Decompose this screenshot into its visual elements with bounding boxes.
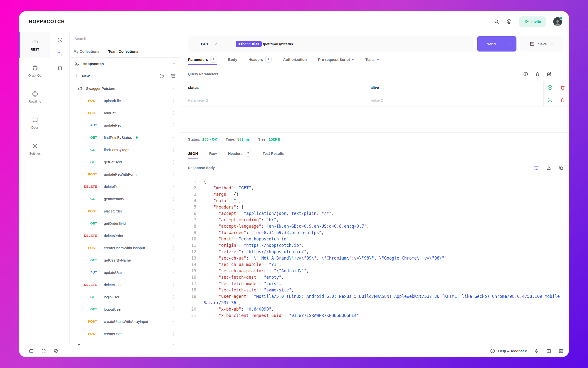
request-item[interactable]: GET getOrderById ⋮ xyxy=(81,217,181,229)
save-button[interactable]: Save xyxy=(520,36,564,52)
kebab-menu-icon[interactable]: ⋮ xyxy=(170,343,176,345)
request-item[interactable]: POST createUsersWithArrayInput ⋮ xyxy=(81,315,181,328)
kebab-menu-icon[interactable]: ⋮ xyxy=(170,294,176,300)
kebab-menu-icon[interactable]: ⋮ xyxy=(170,306,176,312)
kebab-menu-icon[interactable]: ⋮ xyxy=(170,270,176,275)
method-select[interactable]: GET xyxy=(188,36,230,52)
clear-all-params-button[interactable] xyxy=(535,72,540,77)
new-collection-button[interactable]: New xyxy=(82,74,153,78)
environments-tab-button[interactable] xyxy=(57,65,63,71)
sidebar-item-settings[interactable]: Settings xyxy=(19,136,50,162)
request-item[interactable]: DELETE deletePet ⋮ xyxy=(81,180,181,193)
send-options-caret[interactable] xyxy=(505,36,516,52)
interceptor-button[interactable] xyxy=(53,349,58,354)
kebab-menu-icon[interactable]: ⋮ xyxy=(170,282,176,287)
sidebar-item-realtime[interactable]: Realtime xyxy=(19,84,50,110)
request-item[interactable]: GET findPetsByTags ⋮ xyxy=(81,144,181,156)
kebab-menu-icon[interactable]: ⋮ xyxy=(170,196,176,201)
tab-my-collections[interactable]: My Collections xyxy=(74,45,99,57)
kebab-menu-icon[interactable]: ⋮ xyxy=(170,147,176,152)
sidebar-item-graphql[interactable]: GraphQL xyxy=(19,58,50,84)
kebab-menu-icon[interactable]: ⋮ xyxy=(170,208,176,214)
fold-toggle-icon[interactable]: ▾ xyxy=(196,178,204,185)
tab-pre-request-script[interactable]: Pre-request Script xyxy=(318,52,354,67)
pane-resize-handle[interactable]: ··· xyxy=(181,132,569,133)
collection-folder[interactable]: Swagger Petstore ⋮ xyxy=(70,82,181,94)
support-button[interactable] xyxy=(506,19,512,24)
collection-folder-clipped[interactable]: ⋮ xyxy=(70,340,181,345)
param-key-input[interactable]: Parameter 2 xyxy=(181,94,364,106)
collections-help-button[interactable] xyxy=(159,73,164,79)
tab-tests[interactable]: Tests xyxy=(365,52,379,67)
param-value-input[interactable]: Value 2 xyxy=(364,94,543,106)
tab-headers[interactable]: Headers 2 xyxy=(248,52,272,67)
sidebar-item-rest[interactable]: REST xyxy=(19,32,50,58)
response-tab-json[interactable]: JSON xyxy=(188,145,198,161)
kebab-menu-icon[interactable]: ⋮ xyxy=(170,122,176,128)
request-item[interactable]: POST uploadFile ⋮ xyxy=(81,94,181,107)
request-item[interactable]: PUT updateUser ⋮ xyxy=(81,266,181,278)
kebab-menu-icon[interactable]: ⋮ xyxy=(170,319,176,324)
kebab-menu-icon[interactable]: ⋮ xyxy=(170,221,176,226)
request-item[interactable]: POST createUsersWithListInput ⋮ xyxy=(81,242,181,254)
response-tab-raw[interactable]: Raw xyxy=(209,145,217,161)
sidebar-item-docs[interactable]: Docs xyxy=(19,110,50,136)
kebab-menu-icon[interactable]: ⋮ xyxy=(170,171,176,177)
request-item[interactable]: DELETE deleteUser ⋮ xyxy=(81,278,181,291)
response-tab-test-results[interactable]: Test Results xyxy=(263,145,284,161)
request-item[interactable]: GET logoutUser ⋮ xyxy=(81,303,181,315)
download-response-button[interactable] xyxy=(546,165,551,170)
collections-tab-button[interactable] xyxy=(57,51,63,57)
help-feedback-link[interactable]: Help & feedback xyxy=(490,348,527,354)
invite-button[interactable]: Invite xyxy=(519,16,546,27)
team-selector[interactable]: Hoppscotch xyxy=(70,58,181,70)
request-item[interactable]: GET getInventory ⋮ xyxy=(81,193,181,205)
global-search-button[interactable] xyxy=(494,19,499,24)
kebab-menu-icon[interactable]: ⋮ xyxy=(170,184,176,189)
import-export-button[interactable] xyxy=(171,73,176,79)
tab-team-collections[interactable]: Team Collections xyxy=(108,45,138,57)
history-tab-button[interactable] xyxy=(57,37,63,43)
param-toggle-button[interactable] xyxy=(543,81,556,94)
kebab-menu-icon[interactable]: ⋮ xyxy=(170,86,176,91)
request-item[interactable]: GET getUserByName ⋮ xyxy=(81,254,181,266)
response-tab-headers[interactable]: Headers 2 xyxy=(228,145,251,161)
request-item[interactable]: POST placeOrder ⋮ xyxy=(81,205,181,217)
param-delete-button[interactable] xyxy=(556,81,569,94)
tab-parameters[interactable]: Parameters 1 xyxy=(188,52,217,67)
request-item[interactable]: GET getPetById ⋮ xyxy=(81,156,181,168)
request-item[interactable]: PUT updatePet ⋮ xyxy=(81,119,181,131)
collapse-right-panel-button[interactable] xyxy=(559,349,564,354)
send-button[interactable]: Send xyxy=(477,36,516,52)
kebab-menu-icon[interactable]: ⋮ xyxy=(170,233,176,238)
fold-toggle-icon[interactable]: ▾ xyxy=(196,204,204,210)
column-layout-button[interactable] xyxy=(546,349,551,354)
zen-mode-button[interactable] xyxy=(41,349,46,354)
request-item[interactable]: POST addPet ⋮ xyxy=(81,107,181,119)
request-item[interactable]: GET loginUser ⋮ xyxy=(81,291,181,303)
kebab-menu-icon[interactable]: ⋮ xyxy=(170,245,176,250)
shortcuts-button[interactable] xyxy=(534,349,539,354)
response-code-editor[interactable]: 1 ▾ { 2 "method": "GET", 3 "args": {}, 4… xyxy=(181,174,569,345)
param-toggle-button[interactable] xyxy=(543,94,556,106)
drag-grip-icon[interactable]: ··· xyxy=(373,130,377,132)
wrap-lines-button[interactable] xyxy=(534,165,539,171)
kebab-menu-icon[interactable]: ⋮ xyxy=(170,110,176,116)
request-item[interactable]: POST updatePetWithForm ⋮ xyxy=(81,168,181,180)
kebab-menu-icon[interactable]: ⋮ xyxy=(170,257,176,263)
user-avatar[interactable] xyxy=(553,17,562,26)
request-item[interactable]: POST createUser ⋮ xyxy=(81,328,181,340)
url-input[interactable]: <<baseUrl>> /pet/findByStatus xyxy=(230,36,474,52)
kebab-menu-icon[interactable]: ⋮ xyxy=(170,331,176,336)
tab-authorization[interactable]: Authorization xyxy=(283,52,307,67)
kebab-menu-icon[interactable]: ⋮ xyxy=(170,135,176,140)
search-input[interactable] xyxy=(74,37,176,41)
toggle-sidebar-button[interactable] xyxy=(29,349,34,354)
param-delete-button[interactable] xyxy=(556,94,569,106)
bulk-edit-button[interactable] xyxy=(547,72,552,77)
copy-response-button[interactable] xyxy=(559,165,564,170)
param-value-input[interactable]: alive xyxy=(364,81,543,94)
add-param-button[interactable] xyxy=(559,72,564,77)
request-item[interactable]: GET findPetsByStatus ⋮ xyxy=(81,131,181,144)
tab-body[interactable]: Body xyxy=(228,52,237,67)
